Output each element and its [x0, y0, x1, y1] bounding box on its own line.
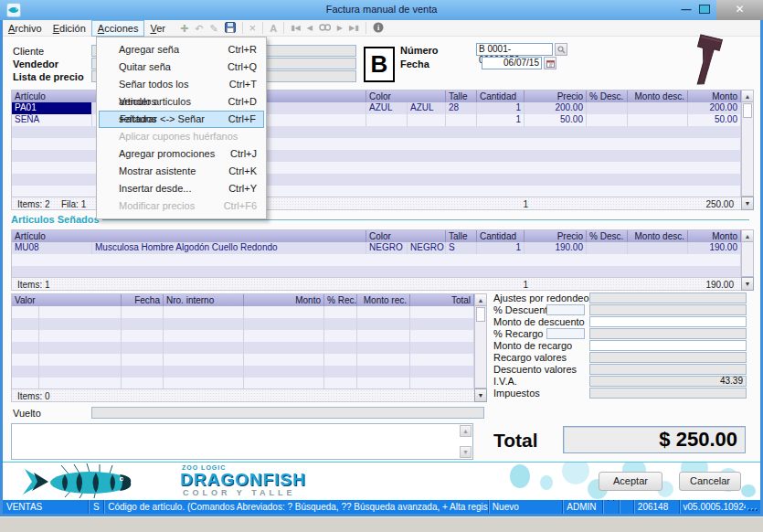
prev-record-icon[interactable]: ◀: [307, 24, 313, 32]
col-monto[interactable]: Monto: [688, 230, 741, 242]
col-monto[interactable]: Monto: [244, 294, 324, 306]
fecha-field[interactable]: 06/07/15: [482, 57, 542, 69]
valores-scrollbar[interactable]: ▲: [474, 293, 487, 388]
close-button[interactable]: ✕: [716, 0, 763, 20]
table-row[interactable]: [12, 330, 474, 342]
comments-textarea[interactable]: ▲ ▼: [11, 423, 473, 460]
scroll-up-icon[interactable]: ▲: [475, 294, 486, 306]
col-talle[interactable]: Talle: [446, 90, 477, 102]
scroll-up-icon[interactable]: ▲: [742, 230, 753, 242]
monto-recargo-input[interactable]: [589, 340, 747, 351]
col-cantidad[interactable]: Cantidad: [477, 230, 525, 242]
summary-monto: 250.00: [705, 197, 734, 211]
col-precio[interactable]: Precio: [525, 90, 587, 102]
last-record-icon[interactable]: ▶▮: [349, 24, 359, 32]
senados-scrollbar[interactable]: ▲: [741, 229, 754, 277]
monto-descuento-label: Monto de descuento: [493, 316, 585, 327]
table-row[interactable]: [12, 318, 474, 330]
undo-icon[interactable]: ↶: [195, 20, 203, 37]
col-articulo[interactable]: Artículo: [12, 230, 366, 242]
col-color[interactable]: Color: [366, 90, 446, 102]
table-row[interactable]: MU08 Musculosa Hombre Algodón Cuello Red…: [12, 242, 741, 254]
fecha-label: Fecha: [400, 59, 429, 70]
col-nro-interno[interactable]: Nro. interno: [164, 294, 244, 306]
menu-archivo[interactable]: Archivo: [3, 20, 48, 37]
col-monto[interactable]: Monto: [688, 90, 741, 102]
table-row[interactable]: [12, 342, 474, 354]
scroll-thumb[interactable]: [743, 103, 752, 118]
menu-item-agregar-sena[interactable]: Agregar señaCtrl+R: [97, 41, 266, 59]
table-row[interactable]: [12, 306, 474, 318]
textarea-scrollbar[interactable]: ▲ ▼: [460, 425, 472, 458]
maximize-button[interactable]: [699, 5, 710, 14]
table-row[interactable]: [12, 254, 741, 266]
menu-item-mostrar-asistente[interactable]: Mostrar asistenteCtrl+K: [97, 163, 266, 180]
articulos-scrollbar[interactable]: ▲: [741, 90, 754, 197]
calendar-icon[interactable]: [544, 57, 556, 69]
col-mdesc[interactable]: Monto desc.: [628, 230, 688, 242]
summary-dropdown-icon[interactable]: ▼: [741, 277, 754, 291]
menu-ver[interactable]: Ver: [144, 20, 171, 37]
col-prec[interactable]: % Rec.: [324, 294, 357, 306]
total-label: Total: [493, 430, 538, 452]
col-valor[interactable]: Valor: [12, 294, 122, 306]
menu-item-senar-todos[interactable]: Señar todos los articulosCtrl+T: [97, 76, 266, 93]
col-monto-rec[interactable]: Monto rec.: [357, 294, 410, 306]
window-title: Factura manual de venta: [0, 4, 763, 15]
monto-descuento-input[interactable]: [589, 316, 747, 327]
valores-grid-header: Valor Fecha Nro. interno Monto % Rec. Mo…: [12, 294, 474, 306]
vendedor-label: Vendedor: [13, 59, 58, 70]
scroll-down-icon[interactable]: ▼: [460, 446, 472, 458]
iva-field: 43.39: [589, 376, 747, 387]
save-icon[interactable]: [225, 22, 236, 35]
menu-item-agregar-promociones[interactable]: Agregar promocionesCtrl+J: [97, 145, 266, 163]
col-mdesc[interactable]: Monto desc.: [628, 90, 688, 102]
scroll-up-icon[interactable]: ▲: [460, 425, 472, 437]
numero-field[interactable]: B 0001-00000150: [476, 43, 553, 56]
col-pdesc[interactable]: % Desc.: [587, 230, 628, 242]
resize-grip[interactable]: [746, 500, 760, 514]
next-record-icon[interactable]: ▶: [337, 24, 343, 32]
col-total[interactable]: Total: [410, 294, 474, 306]
summary-dropdown-icon[interactable]: ▼: [474, 388, 487, 402]
numero-search-icon[interactable]: [555, 43, 567, 56]
first-record-icon[interactable]: ▮◀: [291, 24, 301, 32]
cancelar-button[interactable]: Cancelar: [679, 472, 741, 491]
add-record-icon[interactable]: ✚: [180, 20, 188, 37]
table-row[interactable]: [12, 354, 474, 366]
menu-edicion[interactable]: Edición: [48, 20, 91, 37]
recargo-valores-label: Recargo valores: [493, 352, 567, 363]
attributes-icon[interactable]: A: [270, 20, 277, 37]
pct-recargo-input[interactable]: [546, 328, 585, 339]
scroll-up-icon[interactable]: ▲: [742, 90, 753, 102]
menu-item-quitar-sena[interactable]: Quitar señaCtrl+Q: [97, 59, 266, 76]
statusbar-module: VENTAS: [3, 500, 89, 514]
table-row[interactable]: [12, 366, 474, 378]
col-color[interactable]: Color: [366, 230, 446, 242]
vuelto-field[interactable]: [91, 407, 484, 419]
col-fecha[interactable]: Fecha: [122, 294, 164, 306]
pct-descuento-input[interactable]: [546, 304, 585, 315]
col-pdesc[interactable]: % Desc.: [587, 90, 628, 102]
dragonfish-logo-icon: [17, 463, 173, 499]
menu-item-insertar-desde[interactable]: Insertar desde...Ctrl+Y: [97, 180, 266, 197]
info-icon[interactable]: i: [373, 22, 384, 35]
menu-item-vender-senados[interactable]: Vender articulos señadosCtrl+D: [97, 93, 266, 111]
minimize-button[interactable]: —: [678, 3, 694, 17]
decor-bubble: [510, 464, 530, 488]
col-precio[interactable]: Precio: [525, 230, 587, 242]
edit-icon[interactable]: ✎: [209, 20, 217, 37]
summary-dropdown-icon[interactable]: ▼: [741, 197, 754, 210]
search-icon[interactable]: [319, 23, 331, 34]
cliente-label: Cliente: [13, 46, 44, 58]
decor-bubble: [540, 475, 553, 490]
aceptar-button[interactable]: Aceptar: [599, 472, 662, 491]
col-talle[interactable]: Talle: [446, 230, 477, 242]
delete-icon[interactable]: ×: [249, 20, 257, 37]
col-cantidad[interactable]: Cantidad: [477, 90, 525, 102]
menu-item-modificar-precios: Modificar preciosCtrl+F6: [97, 197, 266, 215]
menu-item-facturar-senar[interactable]: Facturar <-> SeñarCtrl+F: [99, 111, 264, 128]
scroll-thumb[interactable]: [476, 307, 485, 322]
menu-acciones[interactable]: Acciones: [91, 20, 145, 37]
menu-item-aplicar-cupones: Aplicar cupones huérfanos: [97, 128, 266, 145]
